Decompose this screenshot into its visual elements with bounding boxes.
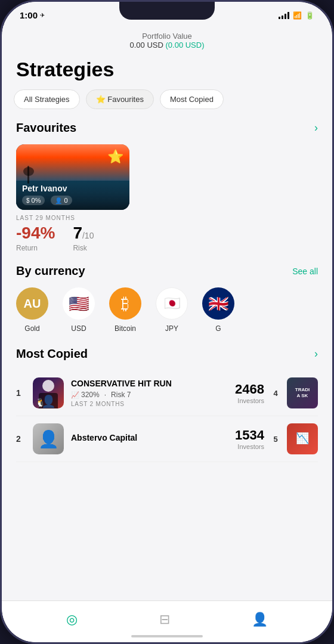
portfolio-change: (0.00 USD) <box>165 41 204 49</box>
card-profit-stat: $ 0% <box>22 196 45 205</box>
currency-item-bitcoin[interactable]: ₿ Bitcoin <box>109 287 141 333</box>
most-copied-title: Most Copied <box>16 347 88 361</box>
currency-item-usd[interactable]: 🇺🇸 USD <box>63 287 95 333</box>
chart-icon: 📈 <box>71 391 79 399</box>
screen-content[interactable]: Portfolio Value 0.00 USD (0.00 USD) Stra… <box>2 26 332 600</box>
card-image: ⭐ Petr Ivanov $ 0% 👤 0 <box>16 144 129 210</box>
copied-info-2: Abstervo Capital <box>71 433 228 445</box>
tab-most-copied[interactable]: Most Copied <box>160 89 224 109</box>
most-copied-section: Most Copied › 1 👤 🐧 <box>2 347 332 474</box>
currency-label-gbp: G <box>215 324 221 333</box>
portfolio-nav-icon: ⊟ <box>159 612 170 627</box>
portfolio-label: Portfolio Value <box>2 32 332 41</box>
avatar-conservative: 👤 🐧 <box>33 377 64 408</box>
person-icon: 👤 <box>55 197 62 204</box>
battery-icon: 🔋 <box>305 11 314 20</box>
nav-item-portfolio[interactable]: ⊟ <box>150 609 180 630</box>
currency-item-jpy[interactable]: 🇯🇵 JPY <box>156 287 188 333</box>
favourite-card[interactable]: ⭐ Petr Ivanov $ 0% 👤 0 <box>16 144 129 210</box>
see-all-button[interactable]: See all <box>292 267 318 276</box>
by-currency-header: By currency See all <box>16 264 318 278</box>
tab-favourites[interactable]: ⭐ Favourites <box>86 89 154 109</box>
phone-frame: 1:00 ✈ 📶 🔋 Portfolio Value 0.00 U <box>0 0 334 644</box>
card-star-icon: ⭐ <box>107 149 123 165</box>
card-copiers-stat: 👤 0 <box>51 196 72 205</box>
meta-risk-value-1: Risk 7 <box>111 391 131 399</box>
count-number-2: 1534 <box>235 428 264 443</box>
signal-bars <box>279 12 289 19</box>
strategy-metrics: -94% Return 7/10 Risk <box>16 224 318 252</box>
risk-metric: 7/10 Risk <box>73 224 94 252</box>
rank-badge-1: 4 <box>271 389 280 398</box>
dollar-icon: $ <box>26 197 30 204</box>
copied-item-1[interactable]: 1 👤 🐧 CONSERVATIVE HIT RUN <box>16 370 318 416</box>
risk-label: Risk <box>73 244 94 252</box>
favourites-arrow-icon[interactable]: › <box>314 122 318 134</box>
currency-row: AU Gold 🇺🇸 USD ₿ Bitcoin 🇯 <box>16 287 318 335</box>
currency-item-gbp[interactable]: 🇬🇧 G <box>202 287 234 333</box>
currency-circle-bitcoin: ₿ <box>109 287 141 320</box>
airplane-icon: ✈ <box>40 12 45 18</box>
copied-count-1: 2468 Investors <box>235 382 264 404</box>
copied-item-2[interactable]: 2 👤 Abstervo Capital 1534 Investors 5 <box>16 416 318 462</box>
portfolio-value: 0.00 USD (0.00 USD) <box>2 41 332 49</box>
strategies-nav-icon: ◎ <box>66 612 78 627</box>
copied-meta-1: 📈 320% · Risk 7 <box>71 391 228 399</box>
currency-circle-jpy: 🇯🇵 <box>156 287 188 320</box>
most-copied-header: Most Copied › <box>16 347 318 361</box>
copied-rank-2: 2 <box>16 434 26 444</box>
copied-name-2: Abstervo Capital <box>71 433 228 442</box>
strategy-duration: LAST 29 MONTHS <box>16 215 318 221</box>
portfolio-header: Portfolio Value 0.00 USD (0.00 USD) <box>2 26 332 53</box>
meta-return-1: 📈 320% <box>71 391 100 399</box>
rank-badge-2: 5 <box>271 435 280 444</box>
status-time: 1:00 <box>20 10 38 20</box>
currency-circle-usd: 🇺🇸 <box>63 287 95 320</box>
favourites-section: Favourites › ⭐ Petr Ivanov <box>2 121 332 264</box>
copied-avatar-2: 👤 <box>33 423 64 454</box>
count-label-1: Investors <box>235 397 264 404</box>
currency-label-jpy: JPY <box>165 324 178 333</box>
card-thumb-2: 📉 <box>287 423 318 454</box>
favourites-title: Favourites <box>16 121 76 135</box>
currency-label-usd: USD <box>71 324 86 333</box>
count-label-2: Investors <box>235 443 264 450</box>
copied-info-1: CONSERVATIVE HIT RUN 📈 320% · Risk 7 LAS… <box>71 379 228 407</box>
favourites-header: Favourites › <box>16 121 318 135</box>
notch <box>119 2 215 20</box>
copied-rank-1: 1 <box>16 388 26 398</box>
by-currency-section: By currency See all AU Gold 🇺🇸 USD <box>2 264 332 347</box>
most-copied-arrow-icon[interactable]: › <box>314 348 318 360</box>
card-stats: $ 0% 👤 0 <box>22 196 123 205</box>
currency-label-bitcoin: Bitcoin <box>115 324 136 333</box>
return-metric: -94% Return <box>16 224 55 252</box>
count-number-1: 2468 <box>235 382 264 397</box>
return-label: Return <box>16 244 55 252</box>
copied-avatar-1: 👤 🐧 <box>33 377 64 408</box>
copied-count-2: 1534 Investors <box>235 428 264 450</box>
copied-duration-1: LAST 2 MONTHS <box>71 401 228 407</box>
risk-value: 7/10 <box>73 224 94 243</box>
page-title: Strategies <box>2 53 332 89</box>
card-thumb-1: TRADIA SK <box>287 377 318 408</box>
currency-circle-gold: AU <box>16 287 48 320</box>
nav-item-profile[interactable]: 👤 <box>242 609 277 630</box>
tab-all-strategies[interactable]: All Strategies <box>14 89 80 109</box>
phone-screen: 1:00 ✈ 📶 🔋 Portfolio Value 0.00 U <box>2 2 332 642</box>
meta-risk-1: · <box>104 391 106 399</box>
return-value: -94% <box>16 224 55 243</box>
currency-circle-gbp: 🇬🇧 <box>202 287 234 320</box>
card-overlay: Petr Ivanov $ 0% 👤 0 <box>16 179 129 210</box>
avatar-abstervo: 👤 <box>33 423 64 454</box>
copied-name-1: CONSERVATIVE HIT RUN <box>71 379 228 388</box>
status-icons: 📶 🔋 <box>279 11 314 20</box>
home-indicator <box>131 635 203 637</box>
card-name: Petr Ivanov <box>22 184 123 193</box>
wifi-icon: 📶 <box>293 11 302 20</box>
filter-tabs: All Strategies ⭐ Favourites Most Copied <box>2 89 332 121</box>
profile-nav-icon: 👤 <box>252 612 268 627</box>
by-currency-title: By currency <box>16 264 85 278</box>
currency-item-gold[interactable]: AU Gold <box>16 287 48 333</box>
currency-label-gold: Gold <box>24 324 39 333</box>
nav-item-strategies[interactable]: ◎ <box>57 609 87 630</box>
